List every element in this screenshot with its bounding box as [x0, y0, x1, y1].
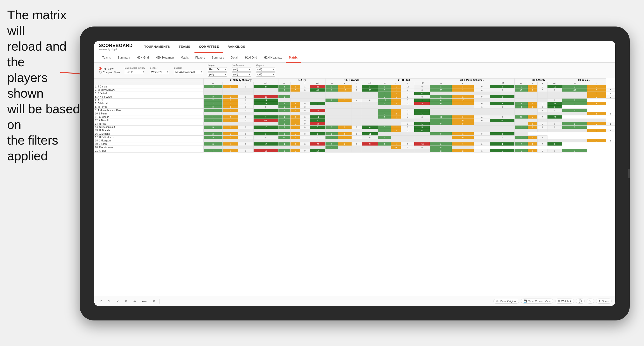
region-select-wrap[interactable]: East - DII: [208, 67, 227, 72]
data-cell: [338, 112, 352, 115]
region-select[interactable]: East - DII: [208, 67, 227, 72]
comment-btn[interactable]: 💬: [576, 299, 585, 304]
data-cell: 3: [490, 132, 515, 136]
add-btn[interactable]: ⊕: [123, 299, 129, 303]
division-select-wrap[interactable]: NCAA Division II: [174, 70, 203, 74]
subnav-matrix1[interactable]: Matrix: [177, 53, 192, 63]
max-players-label: Max players in view: [125, 67, 145, 69]
full-view-option[interactable]: Full View: [99, 67, 120, 70]
nav-committee[interactable]: COMMITTEE: [194, 41, 223, 53]
data-cell: 3: [204, 95, 222, 99]
data-cell: 0: [430, 99, 452, 102]
data-cell: 0: [474, 119, 490, 122]
max-players-select-wrap[interactable]: Top 25: [125, 70, 145, 74]
data-cell: 0: [547, 122, 562, 126]
subnav-h2h-heatmap2[interactable]: H2H Heatmap: [260, 53, 286, 63]
layout-btn[interactable]: •—•: [140, 299, 149, 303]
data-cell: [391, 119, 401, 122]
data-cell: 1: [222, 85, 238, 88]
players-select-wrap[interactable]: (All): [256, 67, 275, 72]
refresh-btn[interactable]: ↺: [114, 299, 121, 303]
data-cell: [391, 149, 401, 153]
region-label: Region: [208, 64, 227, 66]
matrix-container[interactable]: 2. M Kelly Mulcahy 6. A Dy 11. G Woods 2…: [94, 78, 615, 296]
data-cell: [430, 126, 452, 129]
subnav-h2h-grid1[interactable]: H2H Grid: [134, 53, 152, 63]
players-select[interactable]: (All): [256, 67, 275, 72]
data-cell: 1: [452, 95, 474, 99]
data-cell: [352, 119, 362, 122]
region-sub-select[interactable]: (All): [208, 72, 227, 77]
compact-view-radio[interactable]: [99, 71, 102, 73]
full-view-radio[interactable]: [99, 67, 102, 70]
data-cell: 0: [352, 132, 362, 136]
conference-select[interactable]: (All): [232, 67, 251, 72]
data-cell: 0: [401, 112, 414, 115]
save-custom-btn[interactable]: 💾 Save Custom View: [521, 299, 553, 304]
data-cell: [391, 132, 401, 136]
subnav-summary2[interactable]: Summary: [208, 53, 227, 63]
data-cell: [254, 139, 278, 142]
col-header-name: [94, 79, 204, 82]
data-cell: 0: [587, 88, 606, 92]
data-cell: [515, 129, 528, 132]
data-cell: 0: [222, 149, 238, 153]
data-cell: 5: [414, 126, 430, 129]
nav-rankings[interactable]: RANKINGS: [223, 41, 250, 53]
undo-btn[interactable]: ↩: [98, 299, 104, 303]
data-cell: [474, 126, 490, 129]
data-cell: 1: [278, 105, 290, 109]
data-cell: 11: [414, 129, 430, 132]
nav-teams[interactable]: TEAMS: [174, 41, 194, 53]
division-filter: Division NCAA Division II: [174, 67, 203, 74]
main-content: 2. M Kelly Mulcahy 6. A Dy 11. G Woods 2…: [94, 78, 615, 296]
compact-view-option[interactable]: Compact View: [99, 71, 120, 74]
view-original-btn[interactable]: 👁 View: Original: [494, 299, 519, 304]
data-cell: [414, 136, 430, 139]
data-cell: 1: [414, 112, 430, 115]
player-name-cell: 13. N Klug: [94, 122, 204, 126]
player-name-cell: 3. S Jelinek: [94, 92, 204, 95]
region-sub-select-wrap[interactable]: (All): [208, 72, 227, 77]
data-cell: [338, 102, 352, 105]
conference-sub-select[interactable]: (All): [232, 72, 251, 77]
data-cell: 2: [278, 102, 290, 105]
data-cell: 1: [254, 132, 278, 136]
data-cell: [326, 112, 338, 115]
gender-select-wrap[interactable]: Women's: [150, 70, 169, 74]
conference-sub-select-wrap[interactable]: (All): [232, 72, 251, 77]
data-cell: 0: [474, 132, 490, 136]
player-name-cell: 19. J Karth: [94, 142, 204, 146]
max-players-select[interactable]: Top 25: [125, 70, 144, 74]
data-cell: [326, 122, 338, 126]
target-btn[interactable]: ◎: [132, 299, 138, 303]
watch-label: Watch: [561, 300, 569, 303]
subnav-matrix2[interactable]: Matrix: [286, 53, 301, 63]
expand-btn[interactable]: ⤡: [586, 299, 594, 304]
players-sub-select[interactable]: (All): [256, 72, 275, 77]
data-cell: 0: [547, 88, 562, 92]
subnav-summary1[interactable]: Summary: [114, 53, 133, 63]
data-cell: [290, 139, 300, 142]
subnav-h2h-heatmap1[interactable]: H2H Heatmap: [152, 53, 177, 63]
nav-tournaments[interactable]: TOURNAMENTS: [140, 41, 174, 53]
subnav-teams[interactable]: Teams: [99, 53, 114, 63]
share-btn[interactable]: ⬆ Share: [596, 299, 612, 304]
watch-btn[interactable]: ⊕ Watch ▾: [555, 299, 574, 304]
subnav-h2h-grid2[interactable]: H2H Grid: [242, 53, 260, 63]
data-cell: [310, 129, 326, 132]
subnav-players[interactable]: Players: [192, 53, 208, 63]
redo-btn[interactable]: ↪: [106, 299, 112, 303]
players-sub-select-wrap[interactable]: (All): [256, 72, 275, 77]
sh-t3: T: [352, 82, 362, 85]
gender-select[interactable]: Women's: [150, 70, 169, 74]
division-select[interactable]: NCAA Division II: [174, 70, 203, 74]
data-cell: 0: [587, 129, 606, 132]
subnav-detail[interactable]: Detail: [228, 53, 242, 63]
conference-select-wrap[interactable]: (All): [232, 67, 251, 72]
data-cell: 0: [300, 126, 310, 129]
data-cell: 1: [378, 102, 391, 105]
data-cell: 40: [310, 88, 326, 92]
data-cell: 0: [222, 99, 238, 102]
settings-btn[interactable]: ⊘: [151, 299, 157, 303]
